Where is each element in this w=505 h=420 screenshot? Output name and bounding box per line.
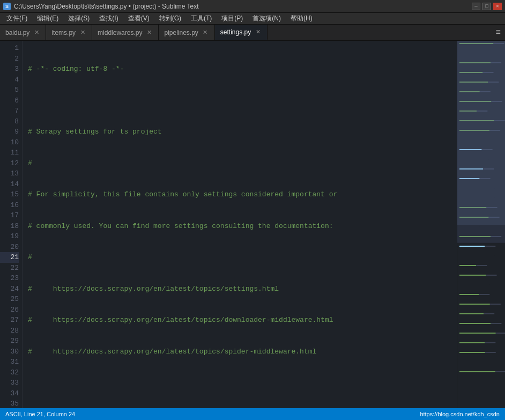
menu-find[interactable]: 查找(I) [95,13,122,24]
menu-goto[interactable]: 转到(G) [155,13,185,24]
menu-preferences[interactable]: 首选项(N) [248,13,285,24]
tab-label-settings: settings.py [220,28,251,36]
status-left: ASCII, Line 21, Column 24 [5,411,75,417]
ln-26: 26 [0,305,19,315]
menu-edit[interactable]: 编辑(E) [33,13,63,24]
ln-29: 29 [0,336,19,347]
tabs-bar: baidu.py ✕ items.py ✕ middlewares.py ✕ p… [0,25,505,41]
title-bar: S C:\Users\Yang\Desktop\ts\ts\settings.p… [0,0,505,13]
tab-label-pipelines: pipelines.py [164,29,198,36]
tab-settings[interactable]: settings.py ✕ [215,25,268,40]
menu-project[interactable]: 项目(P) [217,13,247,24]
menu-file[interactable]: 文件(F) [2,13,32,24]
ln-19: 19 [0,231,19,242]
ln-12: 12 [0,158,19,169]
app-icon: S [3,3,11,10]
line-numbers: 1 2 3 4 5 6 7 8 9 10 11 12 13 14 15 16 1… [0,41,23,408]
ln-31: 31 [0,357,19,367]
ln-33: 33 [0,378,19,388]
status-encoding: ASCII, Line 21, Column 24 [5,411,75,417]
ln-14: 14 [0,179,19,190]
code-line-1: # -*- coding: utf-8 -*- [28,64,457,75]
ln-18: 18 [0,221,19,232]
window-controls[interactable]: — □ ✕ [472,3,502,10]
ln-1: 1 [0,43,19,54]
code-content[interactable]: # -*- coding: utf-8 -*- # Scrapy setting… [23,41,457,408]
tab-close-middlewares[interactable]: ✕ [145,29,153,36]
code-line-11 [28,378,457,388]
status-right: https://blog.csdn.net/kdh_csdn [420,411,500,417]
ln-11: 11 [0,148,19,158]
tab-close-settings[interactable]: ✕ [254,28,262,36]
ln-13: 13 [0,168,19,179]
ln-2: 2 [0,54,19,64]
tab-close-items[interactable]: ✕ [79,29,86,36]
tab-middlewares[interactable]: middlewares.py ✕ [92,25,159,40]
tab-label-items: items.py [51,29,76,36]
code-area[interactable]: 1 2 3 4 5 6 7 8 9 10 11 12 13 14 15 16 1… [0,41,457,408]
ln-34: 34 [0,388,19,399]
ln-5: 5 [0,85,19,95]
ln-3: 3 [0,64,19,75]
menu-tools[interactable]: 工具(T) [187,13,216,24]
tab-label-baidu: baidu.py [5,29,29,36]
editor-container: 1 2 3 4 5 6 7 8 9 10 11 12 13 14 15 16 1… [0,41,505,408]
ln-10: 10 [0,137,19,148]
ln-15: 15 [0,189,19,200]
minimap-highlight [457,41,505,225]
ln-35: 35 [0,399,19,408]
close-button[interactable]: ✕ [493,3,502,10]
code-line-6: # commonly used. You can find more setti… [28,221,457,232]
window-title: C:\Users\Yang\Desktop\ts\ts\settings.py … [14,3,199,10]
ln-20: 20 [0,242,19,253]
ln-22: 22 [0,263,19,274]
ln-4: 4 [0,75,19,85]
ln-23: 23 [0,273,19,284]
menu-select[interactable]: 选择(S) [64,13,94,24]
tab-label-middlewares: middlewares.py [98,29,142,36]
ln-16: 16 [0,200,19,211]
tabs-more-button[interactable]: ≡ [491,25,505,40]
ln-17: 17 [0,210,19,221]
ln-6: 6 [0,95,19,106]
menu-bar: 文件(F) 编辑(E) 选择(S) 查找(I) 查看(V) 转到(G) 工具(T… [0,13,505,25]
code-line-7: # [28,252,457,263]
code-line-8: # https://docs.scrapy.org/en/latest/topi… [28,284,457,294]
ln-24: 24 [0,284,19,294]
ln-21: 21 [0,252,19,263]
ln-8: 8 [0,116,19,127]
code-line-2 [28,95,457,106]
menu-view[interactable]: 查看(V) [124,13,154,24]
tab-close-pipelines[interactable]: ✕ [202,29,209,36]
tab-items[interactable]: items.py ✕ [46,25,92,40]
code-line-3: # Scrapy settings for ts project [28,127,457,137]
ln-30: 30 [0,347,19,357]
tab-baidu[interactable]: baidu.py ✕ [0,25,46,40]
minimize-button[interactable]: — [472,3,480,10]
code-line-10: # https://docs.scrapy.org/en/latest/topi… [28,347,457,357]
tab-close-baidu[interactable]: ✕ [33,29,40,36]
code-line-4: # [28,158,457,169]
code-line-5: # For simplicity, this file contains onl… [28,189,457,200]
code-line-9: # https://docs.scrapy.org/en/latest/topi… [28,315,457,326]
maximize-button[interactable]: □ [482,3,491,10]
ln-7: 7 [0,106,19,116]
ln-25: 25 [0,294,19,305]
tab-pipelines[interactable]: pipelines.py ✕ [159,25,214,40]
ln-9: 9 [0,127,19,137]
minimap[interactable] [457,41,505,408]
ln-28: 28 [0,326,19,336]
status-url: https://blog.csdn.net/kdh_csdn [420,411,500,417]
ln-32: 32 [0,367,19,378]
menu-help[interactable]: 帮助(H) [286,13,317,24]
ln-27: 27 [0,315,19,326]
status-bar: ASCII, Line 21, Column 24 https://blog.c… [0,408,505,420]
